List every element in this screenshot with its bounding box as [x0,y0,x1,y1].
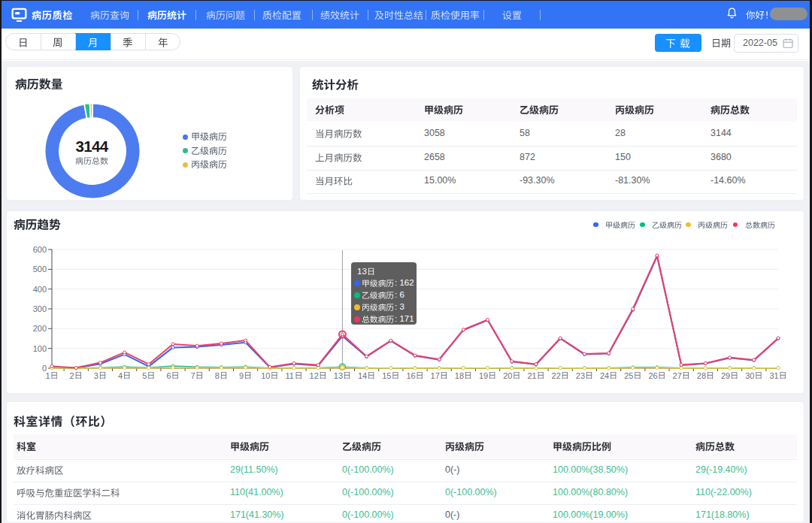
svg-text:16: 16 [406,371,415,380]
svg-text:20: 20 [503,371,512,380]
svg-text:3: 3 [94,371,98,380]
svg-text:400: 400 [33,285,47,294]
svg-text:600: 600 [33,245,47,254]
svg-text:11: 11 [285,371,293,380]
svg-text:14: 14 [358,371,367,380]
svg-text:200: 200 [33,324,47,333]
svg-text:30: 30 [745,371,754,380]
svg-text:28: 28 [697,371,706,380]
svg-text:21: 21 [527,371,536,380]
svg-text:23: 23 [576,371,585,380]
svg-text:7: 7 [191,371,195,380]
svg-text:9: 9 [239,371,244,380]
svg-text:1: 1 [45,371,50,380]
svg-text:6: 6 [166,371,171,380]
svg-text:15: 15 [382,371,391,380]
svg-text:25: 25 [624,371,633,380]
svg-text:24: 24 [600,371,609,380]
svg-text:13: 13 [334,371,343,380]
svg-text:5: 5 [142,371,147,380]
svg-text:300: 300 [33,304,47,313]
svg-text:100: 100 [33,344,47,353]
svg-text:26: 26 [648,371,657,380]
svg-text:8: 8 [215,371,220,380]
svg-text:18: 18 [455,371,464,380]
svg-text:500: 500 [33,265,47,274]
svg-text:22: 22 [552,371,561,380]
svg-text:2: 2 [70,371,74,380]
svg-text:29: 29 [721,371,730,380]
svg-text:27: 27 [673,371,682,380]
svg-text:31: 31 [769,371,778,380]
svg-text:17: 17 [431,371,440,380]
svg-text:19: 19 [479,371,488,380]
svg-text:12: 12 [310,371,319,380]
svg-text:10: 10 [261,371,270,380]
svg-text:4: 4 [118,371,123,380]
